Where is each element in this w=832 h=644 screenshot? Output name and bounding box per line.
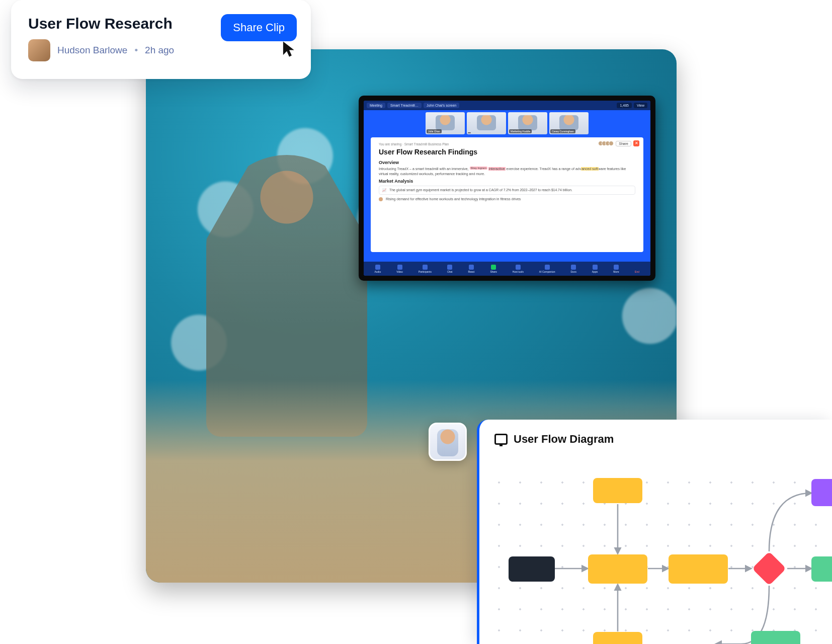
flow-node-step[interactable] xyxy=(588,554,647,584)
flow-node-step[interactable] xyxy=(593,632,642,644)
doc-overview-paragraph: Introducing TreadX – a smart treadmill w… xyxy=(379,167,635,177)
flow-node-end[interactable] xyxy=(751,631,800,644)
flow-diagram-panel: User Flow Diagram xyxy=(477,420,832,644)
presenter-silhouette xyxy=(206,155,367,437)
toolbar-chat[interactable]: Chat xyxy=(447,265,453,273)
share-screen-icon xyxy=(491,265,496,270)
share-clip-button[interactable]: Share Clip xyxy=(221,14,297,41)
doc-collaborator-avatars xyxy=(600,141,614,146)
toolbar-apps[interactable]: Apps xyxy=(592,265,598,273)
avatar-icon xyxy=(379,197,383,201)
sparkle-icon xyxy=(545,265,550,270)
video-thumbnail-rail xyxy=(364,110,650,137)
tab-meeting[interactable]: Meeting xyxy=(367,103,385,108)
zoom-app: Meeting Smart Treadmill… John Chai's scr… xyxy=(364,101,650,276)
video-tile[interactable] xyxy=(467,112,506,134)
author-avatar xyxy=(28,39,50,61)
zoom-bottom-toolbar: Audio Video Participants Chat React Shar… xyxy=(364,262,650,276)
shield-icon xyxy=(516,265,521,270)
doc-market-card: 📈 The global smart gym equipment market … xyxy=(379,186,635,195)
doc-share-button[interactable]: Share xyxy=(616,141,631,146)
toolbar-participants[interactable]: Participants xyxy=(419,265,432,273)
shared-document: Share ✕ You are sharing · Smart Treadmil… xyxy=(371,137,643,252)
clip-meta: Hudson Barlowe • 2h ago xyxy=(28,39,294,61)
doc-close-button[interactable]: ✕ xyxy=(633,140,639,146)
video-tile[interactable] xyxy=(508,112,547,134)
pip-participant-thumbnail[interactable] xyxy=(429,423,467,461)
toolbar-audio[interactable]: Audio xyxy=(374,265,381,273)
chart-icon: 📈 xyxy=(382,188,386,192)
tab-screenshare[interactable]: John Chai's screen xyxy=(424,103,459,108)
clip-card: User Flow Research Hudson Barlowe • 2h a… xyxy=(11,0,311,79)
flow-node-start[interactable] xyxy=(509,556,555,582)
whiteboard-icon xyxy=(494,434,508,445)
toolbar-host[interactable]: Host tools xyxy=(513,265,524,273)
toolbar-docs[interactable]: Docs xyxy=(570,265,576,273)
flow-node-action[interactable] xyxy=(811,479,832,506)
flow-canvas[interactable] xyxy=(479,463,832,644)
toolbar-ai[interactable]: AI Companion xyxy=(539,265,555,273)
clip-age: 2h ago xyxy=(145,45,174,56)
toolbar-end[interactable]: End xyxy=(635,265,640,273)
flow-panel-header: User Flow Diagram xyxy=(479,420,832,456)
more-icon xyxy=(614,265,619,270)
people-icon xyxy=(423,265,428,270)
flow-node-step[interactable] xyxy=(593,478,642,503)
flow-edges xyxy=(479,463,832,644)
clip-author: Hudson Barlowe xyxy=(57,45,127,56)
video-tile[interactable] xyxy=(549,112,589,134)
doc-title: User Flow Research Findings xyxy=(379,148,635,156)
flow-panel-title: User Flow Diagram xyxy=(514,433,614,446)
mic-icon xyxy=(375,265,380,270)
wall-display: Meeting Smart Treadmill… John Chai's scr… xyxy=(359,96,655,281)
toolbar-more[interactable]: More xyxy=(613,265,619,273)
video-tile[interactable] xyxy=(426,112,465,134)
chat-icon xyxy=(447,265,452,270)
share-status-crumb: You are sharing · Smart Treadmill Busine… xyxy=(379,142,635,146)
zoom-top-bar: Meeting Smart Treadmill… John Chai's scr… xyxy=(364,101,650,110)
toolbar-share[interactable]: Share xyxy=(490,265,496,273)
flow-node-end[interactable] xyxy=(811,556,832,582)
tab-doc[interactable]: Smart Treadmill… xyxy=(387,103,422,108)
toolbar-video[interactable]: Video xyxy=(396,265,403,273)
doc-h-market: Market Analysis xyxy=(379,179,635,184)
end-call-icon xyxy=(635,265,640,270)
view-button[interactable]: View xyxy=(634,103,647,108)
doc-demand-paragraph: Rising demand for effective home workout… xyxy=(379,197,635,202)
emoji-icon xyxy=(469,265,474,270)
highlight-tag: Shay Ingram xyxy=(470,167,487,170)
apps-icon xyxy=(593,265,598,270)
meta-separator: • xyxy=(134,45,138,56)
doc-h-overview: Overview xyxy=(379,160,635,165)
doc-icon xyxy=(571,265,576,270)
flow-node-step[interactable] xyxy=(669,554,728,584)
toolbar-react[interactable]: React xyxy=(468,265,474,273)
camera-icon xyxy=(397,265,402,270)
participant-count-badge: 1,485 xyxy=(617,103,632,108)
